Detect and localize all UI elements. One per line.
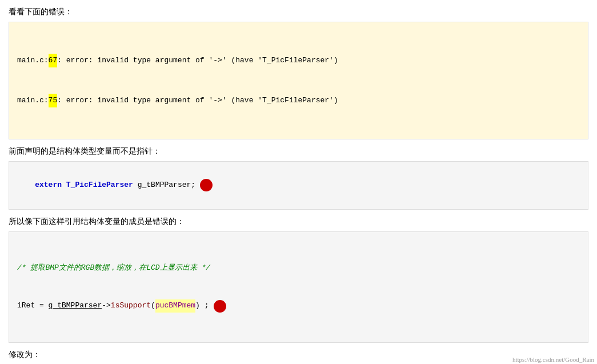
error-line1-prefix: main.c: — [17, 54, 49, 67]
wrong-var: g_tBMPParser — [49, 299, 102, 312]
struct-desc: 前面声明的是结构体类型变量而不是指针： — [9, 145, 588, 158]
struct-code-block: extern T_PicFileParser g_tBMPParser; — [9, 161, 588, 210]
error-line2-prefix: main.c: — [17, 94, 49, 107]
footer-url: https://blog.csdn.net/Good_Rain — [512, 356, 594, 363]
wrong-param: pucBMPmem — [155, 299, 195, 312]
wrong-fn: isSupport — [111, 299, 151, 312]
error-line1-num: 67 — [49, 54, 58, 67]
intro-label: 看看下面的错误： — [9, 6, 588, 18]
wrong-code-line: iRet = g_tBMPParser->isSupport(pucBMPmem… — [17, 299, 580, 312]
wrong-desc: 所以像下面这样引用结构体变量的成员是错误的： — [9, 215, 588, 228]
error-line1-suffix: : error: invalid type argument of '->' (… — [57, 54, 338, 67]
main-container: 看看下面的错误： main.c:67: error: invalid type … — [0, 0, 597, 364]
error-line2-num: 75 — [49, 94, 58, 107]
wrong-comment: /* 提取BMP文件的RGB数据，缩放，在LCD上显示出来 */ — [17, 263, 210, 272]
fix-desc: 修改为： — [9, 349, 588, 361]
error-block: main.c:67: error: invalid type argument … — [9, 22, 588, 139]
error-indicator-1 — [200, 179, 213, 191]
error-line2-suffix: : error: invalid type argument of '->' (… — [57, 94, 338, 107]
wrong-comment-line: /* 提取BMP文件的RGB数据，缩放，在LCD上显示出来 */ — [17, 262, 580, 274]
extern-keyword: extern — [35, 181, 62, 189]
error-indicator-2 — [214, 300, 226, 313]
wrong-code-block: /* 提取BMP文件的RGB数据，缩放，在LCD上显示出来 */ iRet = … — [9, 231, 588, 343]
error-line-2: main.c:75: error: invalid type argument … — [17, 94, 580, 107]
error-line-1: main.c:67: error: invalid type argument … — [17, 54, 580, 67]
type-name: T_PicFileParser — [66, 181, 133, 189]
